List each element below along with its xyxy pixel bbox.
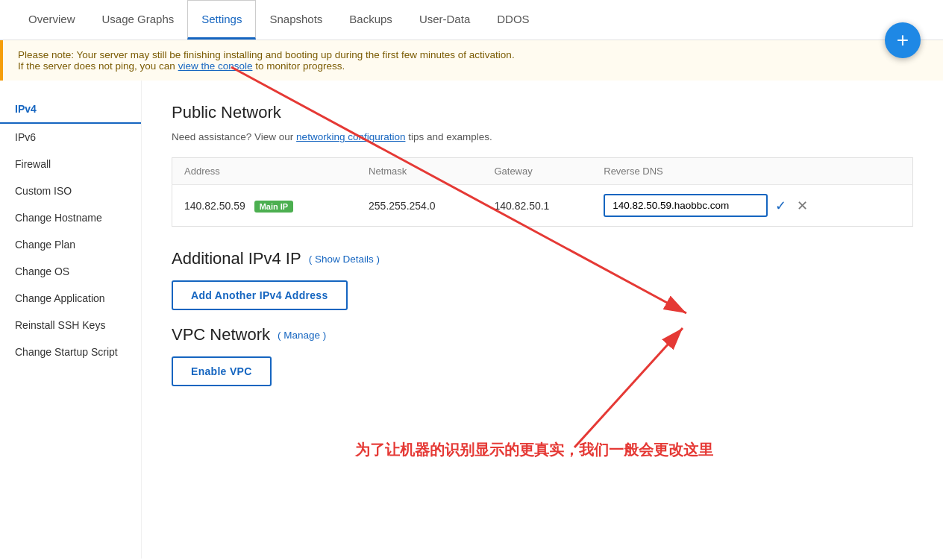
add-ipv4-button[interactable]: Add Another IPv4 Address	[172, 280, 348, 310]
enable-vpc-button[interactable]: Enable VPC	[172, 356, 272, 386]
cell-reverse-dns: ✓ ✕	[592, 185, 912, 227]
sidebar-item-change-plan[interactable]: Change Plan	[0, 231, 141, 258]
sidebar-item-change-startup-script[interactable]: Change Startup Script	[0, 339, 141, 365]
show-details-link[interactable]: ( Show Details )	[309, 254, 380, 265]
alert-text-3: to monitor progress.	[255, 60, 345, 72]
vpc-section: VPC Network ( Manage ) Enable VPC	[172, 325, 913, 386]
public-network-subtitle: Need assistance? View our networking con…	[172, 131, 913, 142]
top-nav: Overview Usage Graphs Settings Snapshots…	[0, 0, 943, 40]
alert-text-2: If the server does not ping, you can	[18, 60, 178, 72]
alert-banner: Please note: Your server may still be fi…	[0, 40, 943, 81]
alert-text-1: Please note: Your server may still be fi…	[18, 49, 515, 60]
public-network-title: Public Network	[172, 103, 913, 122]
main-content: Public Network Need assistance? View our…	[142, 81, 943, 559]
nav-user-data[interactable]: User-Data	[406, 1, 483, 40]
nav-overview[interactable]: Overview	[15, 1, 89, 40]
vpc-manage-link[interactable]: ( Manage )	[278, 330, 326, 341]
cell-netmask: 255.255.254.0	[357, 185, 482, 227]
col-netmask: Netmask	[357, 158, 482, 185]
networking-config-link[interactable]: networking configuration	[296, 131, 405, 142]
nav-ddos[interactable]: DDOS	[483, 1, 542, 40]
sidebar-item-change-hostname[interactable]: Change Hostname	[0, 204, 141, 231]
sidebar-item-custom-iso[interactable]: Custom ISO	[0, 177, 141, 204]
nav-snapshots[interactable]: Snapshots	[256, 1, 336, 40]
nav-backups[interactable]: Backups	[336, 1, 406, 40]
additional-ipv4-header: Additional IPv4 IP ( Show Details )	[172, 249, 913, 268]
col-reverse-dns: Reverse DNS	[592, 158, 912, 185]
col-address: Address	[172, 158, 357, 185]
sidebar-item-reinstall-ssh[interactable]: Reinstall SSH Keys	[0, 312, 141, 339]
vpc-header: VPC Network ( Manage )	[172, 325, 913, 345]
main-ip-badge: Main IP	[254, 201, 294, 213]
dns-confirm-button[interactable]: ✓	[772, 196, 789, 215]
sidebar-item-change-application[interactable]: Change Application	[0, 285, 141, 312]
sidebar-item-ipv4[interactable]: IPv4	[0, 95, 141, 124]
cell-gateway: 140.82.50.1	[482, 185, 592, 227]
reverse-dns-input[interactable]	[604, 194, 768, 217]
sidebar-item-change-os[interactable]: Change OS	[0, 258, 141, 285]
dns-cancel-button[interactable]: ✕	[794, 196, 811, 215]
alert-console-link[interactable]: view the console	[178, 60, 253, 72]
additional-ipv4-title: Additional IPv4 IP	[172, 249, 301, 268]
nav-usage-graphs[interactable]: Usage Graphs	[89, 1, 188, 40]
dns-input-wrap: ✓ ✕	[604, 194, 900, 217]
table-row: 140.82.50.59 Main IP 255.255.254.0 140.8…	[172, 185, 913, 227]
cell-address: 140.82.50.59 Main IP	[172, 185, 357, 227]
sidebar-item-ipv6[interactable]: IPv6	[0, 124, 141, 151]
network-table: Address Netmask Gateway Reverse DNS 140.…	[172, 157, 913, 227]
sidebar-item-firewall[interactable]: Firewall	[0, 151, 141, 177]
fab-add-button[interactable]: +	[885, 22, 921, 58]
layout: IPv4 IPv6 Firewall Custom ISO Change Hos…	[0, 81, 943, 559]
col-gateway: Gateway	[482, 158, 592, 185]
sidebar: IPv4 IPv6 Firewall Custom ISO Change Hos…	[0, 81, 142, 559]
nav-settings[interactable]: Settings	[187, 0, 256, 40]
vpc-title: VPC Network	[172, 325, 270, 345]
